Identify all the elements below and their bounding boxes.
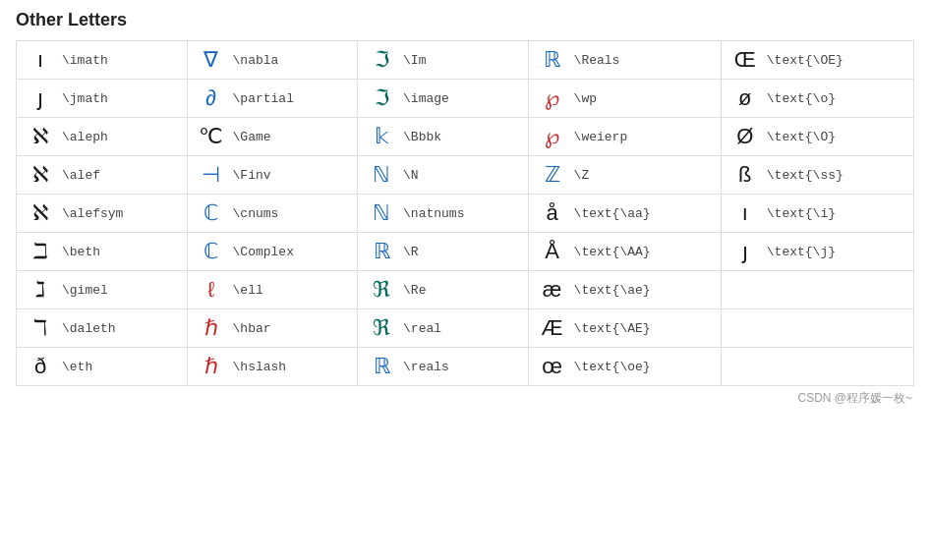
symbol: Ø [731,124,759,149]
table-cell: æ\text{\ae} [528,271,721,309]
symbol: ∂ [198,85,225,111]
command: \partial [233,91,294,106]
table-cell: ℝ\reals [358,348,529,386]
table-cell: ℸ\daleth [17,309,188,348]
symbol: ø [731,85,759,111]
command: \text{\ss} [767,168,843,183]
table-cell: ℝ\R [358,233,529,271]
symbol: ı [27,47,54,73]
symbol: æ [539,277,566,303]
command: \eth [62,360,92,374]
command: \Reals [574,53,620,68]
command: \text{\oe} [574,360,651,374]
symbol: ȷ [27,85,54,111]
symbol: ℶ [27,239,54,264]
command: \text{\j} [767,245,836,259]
symbol: ℵ [27,162,54,188]
symbol: ß [731,162,759,188]
command: \wp [574,91,597,106]
table-cell: ℏ\hbar [187,309,358,348]
symbol: ⊣ [198,162,225,188]
command: \ell [233,283,263,298]
table-cell: ℷ\gimel [17,271,188,309]
table-cell: å\text{\aa} [528,195,721,233]
command: \imath [62,53,108,68]
symbol: ℜ [368,277,395,303]
table-row: ℵ\aleph℃\Game𝕜\Bbbk℘\weierpØ\text{\O} [17,118,914,156]
symbol: ℵ [27,124,54,149]
symbol: 𝕜 [368,124,395,149]
symbol: ℘ [539,124,566,149]
table-cell: ß\text{\ss} [721,156,913,195]
symbol: ȷ [731,239,759,264]
table-cell: Æ\text{\AE} [528,309,721,348]
command: \reals [403,360,449,374]
command: \nabla [233,53,279,68]
symbol: ℜ [368,315,395,341]
table-cell: ℤ\Z [528,156,721,195]
table-cell: ℜ\real [358,309,529,348]
table-cell: ℝ\Reals [528,41,721,80]
table-cell: ∂\partial [187,80,358,118]
command: \Finv [233,168,271,183]
symbol: ℕ [368,200,395,226]
command: \Re [403,283,426,298]
symbol: ℸ [27,315,54,341]
symbol: å [539,200,566,226]
table-cell: ð\eth [17,348,188,386]
table-cell: ı\imath [17,41,188,80]
table-cell: ℶ\beth [17,233,188,271]
table-cell [721,309,913,348]
table-row: ℵ\alef⊣\Finvℕ\Nℤ\Zß\text{\ss} [17,156,914,195]
symbol: ∇ [198,47,225,73]
symbol: ℏ [198,354,225,379]
table-cell: ℵ\alef [17,156,188,195]
symbol: ℓ [198,277,225,303]
command: \Z [574,168,590,183]
table-cell: ℜ\Re [358,271,529,309]
command: \cnums [233,206,279,221]
symbol: ℝ [368,354,395,379]
command: \hslash [233,360,287,374]
command: \Bbbk [403,130,441,144]
symbol: ℑ [368,47,395,73]
table-cell: ℵ\aleph [17,118,188,156]
table-cell: ℃\Game [187,118,358,156]
command: \text{\o} [767,91,836,106]
command: \Im [403,53,426,68]
command: \real [403,321,441,336]
table-cell: ∇\nabla [187,41,358,80]
symbol: Å [539,239,566,264]
command: \alef [62,168,100,183]
table-cell: ℑ\Im [358,41,529,80]
table-cell: œ\text{\oe} [528,348,721,386]
command: \beth [62,245,100,259]
symbol: ℕ [368,162,395,188]
table-cell: ℏ\hslash [187,348,358,386]
table-cell: ℵ\alefsym [17,195,188,233]
symbol: Œ [731,47,759,73]
table-cell: ı\text{\i} [721,195,913,233]
symbol: ℂ [198,239,225,264]
table-cell [721,348,913,386]
table-row: ℵ\alefsymℂ\cnumsℕ\natnumså\text{\aa}ı\te… [17,195,914,233]
table-cell: ℂ\Complex [187,233,358,271]
table-row: ȷ\jmath∂\partialℑ\image℘\wpø\text{\o} [17,80,914,118]
table-row: ı\imath∇\nablaℑ\Imℝ\RealsŒ\text{\OE} [17,41,914,80]
table-cell [721,271,913,309]
table-cell: ȷ\text{\j} [721,233,913,271]
symbol: ℘ [539,85,566,111]
symbol: ℏ [198,315,225,341]
command: \text{\OE} [767,53,843,68]
table-cell: ȷ\jmath [17,80,188,118]
symbol: ð [27,354,54,379]
command: \alefsym [62,206,123,221]
command: \text{\O} [767,130,836,144]
command: \text{\ae} [574,283,651,298]
table-cell: ℕ\N [358,156,529,195]
command: \R [403,245,419,259]
command: \N [403,168,419,183]
table-cell: ø\text{\o} [721,80,913,118]
symbol: ℝ [539,47,566,73]
table-cell: ℓ\ell [187,271,358,309]
